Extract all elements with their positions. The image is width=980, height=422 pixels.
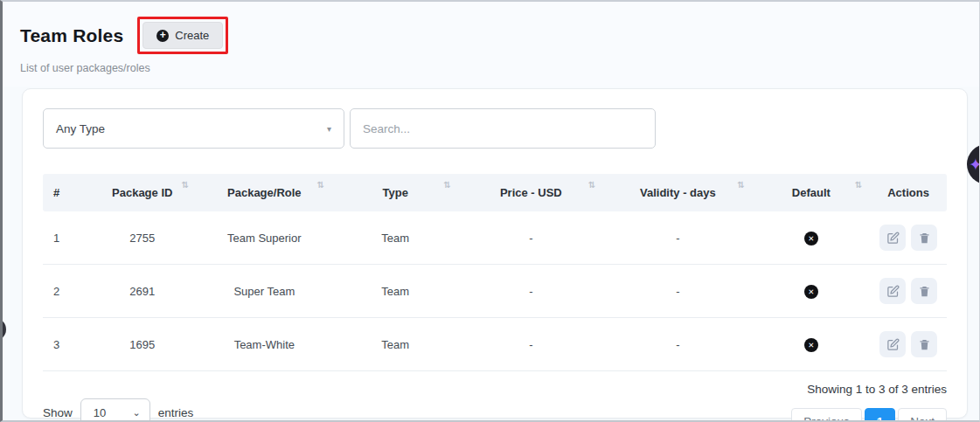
sparkle-icon: ✦	[969, 155, 980, 175]
left-edge-fab-button[interactable]	[0, 318, 6, 341]
page-size-value: 10	[94, 406, 106, 419]
delete-button[interactable]	[911, 225, 937, 251]
filter-row: Any Type ▾	[43, 108, 947, 149]
sort-icon[interactable]: ⇅	[181, 180, 188, 190]
cell-actions	[870, 318, 947, 371]
table-header-row: # Package ID ⇅ Package/Role ⇅ Type ⇅	[43, 174, 947, 211]
column-header-index: #	[43, 174, 88, 211]
edit-button[interactable]	[879, 225, 906, 251]
cell-actions	[870, 211, 947, 265]
sort-icon[interactable]: ⇅	[316, 180, 323, 190]
type-filter-select[interactable]: Any Type ▾	[43, 108, 344, 149]
sort-icon[interactable]: ⇅	[737, 180, 744, 190]
trash-icon	[918, 232, 931, 245]
roles-table: # Package ID ⇅ Package/Role ⇅ Type ⇅	[43, 174, 947, 371]
cell-index: 1	[43, 211, 88, 265]
table-info-text: Showing 1 to 3 of 3 entries	[807, 383, 947, 396]
pagination-next-button[interactable]: Next	[898, 408, 947, 422]
column-header-type[interactable]: Type ⇅	[332, 174, 459, 211]
table-row: 1 2755 Team Superior Team - - ✕	[43, 211, 947, 265]
cell-validity: -	[603, 318, 753, 371]
trash-icon	[918, 285, 931, 298]
times-circle-icon[interactable]: ✕	[804, 338, 818, 352]
cell-validity: -	[603, 211, 753, 265]
create-button[interactable]: + Create	[142, 22, 223, 49]
cell-type: Team	[332, 318, 459, 371]
page-size-select[interactable]: 10 ⌄	[80, 398, 150, 422]
edit-button[interactable]	[879, 331, 906, 357]
cell-package-id: 2755	[88, 211, 197, 265]
column-header-default[interactable]: Default ⇅	[753, 174, 870, 211]
cell-package-id: 2691	[88, 265, 197, 318]
table-footer: Show 10 ⌄ entries Showing 1 to 3 of 3 en…	[43, 383, 947, 422]
edit-icon	[886, 285, 900, 298]
sort-icon[interactable]: ⇅	[588, 180, 595, 190]
edit-icon	[886, 232, 900, 245]
annotation-highlight: + Create	[137, 17, 228, 54]
pagination: Previous 1 Next	[791, 408, 947, 422]
roles-card: Any Type ▾ # Package ID ⇅	[22, 88, 968, 419]
trash-icon	[918, 338, 931, 351]
table-row: 2 2691 Super Team Team - - ✕	[43, 265, 947, 318]
column-header-package-role[interactable]: Package/Role ⇅	[197, 174, 332, 211]
delete-button[interactable]	[911, 331, 937, 357]
edit-button[interactable]	[879, 278, 906, 304]
delete-button[interactable]	[911, 278, 937, 304]
sort-icon[interactable]: ⇅	[443, 180, 450, 190]
caret-down-icon: ▾	[327, 124, 331, 134]
cell-index: 2	[43, 265, 88, 318]
page-subtitle: List of user packages/roles	[20, 62, 979, 74]
cell-package-id: 1695	[88, 318, 197, 371]
type-filter-value: Any Type	[56, 122, 105, 135]
column-header-validity[interactable]: Validity - days ⇅	[603, 174, 753, 211]
show-label: Show	[43, 406, 73, 419]
table-row: 3 1695 Team-White Team - - ✕	[43, 318, 947, 371]
column-header-actions: Actions	[870, 174, 947, 211]
cell-default: ✕	[753, 211, 870, 265]
times-circle-icon[interactable]: ✕	[804, 285, 818, 299]
page-length-control: Show 10 ⌄ entries	[43, 391, 193, 422]
times-circle-icon[interactable]: ✕	[804, 232, 818, 246]
cell-type: Team	[332, 265, 459, 318]
chevron-down-icon: ⌄	[133, 407, 141, 419]
cell-price: -	[459, 265, 603, 318]
cell-package-role: Super Team	[197, 265, 332, 318]
entries-label: entries	[158, 406, 194, 419]
cell-package-role: Team Superior	[197, 211, 332, 265]
cell-price: -	[459, 318, 603, 371]
sort-icon[interactable]: ⇅	[855, 180, 862, 190]
edit-icon	[886, 338, 900, 351]
pagination-page-1-button[interactable]: 1	[865, 408, 896, 422]
column-header-package-id[interactable]: Package ID ⇅	[88, 174, 197, 211]
cell-actions	[870, 265, 947, 318]
assistant-fab-button[interactable]: ✦	[967, 144, 980, 184]
cell-default: ✕	[753, 318, 870, 371]
page-title: Team Roles	[20, 25, 123, 46]
team-roles-page: Team Roles + Create List of user package…	[0, 0, 980, 422]
cell-default: ✕	[753, 265, 870, 318]
column-header-price[interactable]: Price - USD ⇅	[459, 174, 603, 211]
pagination-previous-button[interactable]: Previous	[791, 408, 862, 422]
cell-package-role: Team-White	[197, 318, 332, 371]
cell-index: 3	[43, 318, 88, 371]
create-button-label: Create	[175, 29, 209, 42]
cell-validity: -	[603, 265, 753, 318]
cell-type: Team	[332, 211, 459, 265]
search-input[interactable]	[350, 108, 656, 149]
plus-circle-icon: +	[156, 30, 169, 42]
cell-price: -	[459, 211, 603, 265]
page-header: Team Roles + Create List of user package…	[3, 2, 979, 86]
